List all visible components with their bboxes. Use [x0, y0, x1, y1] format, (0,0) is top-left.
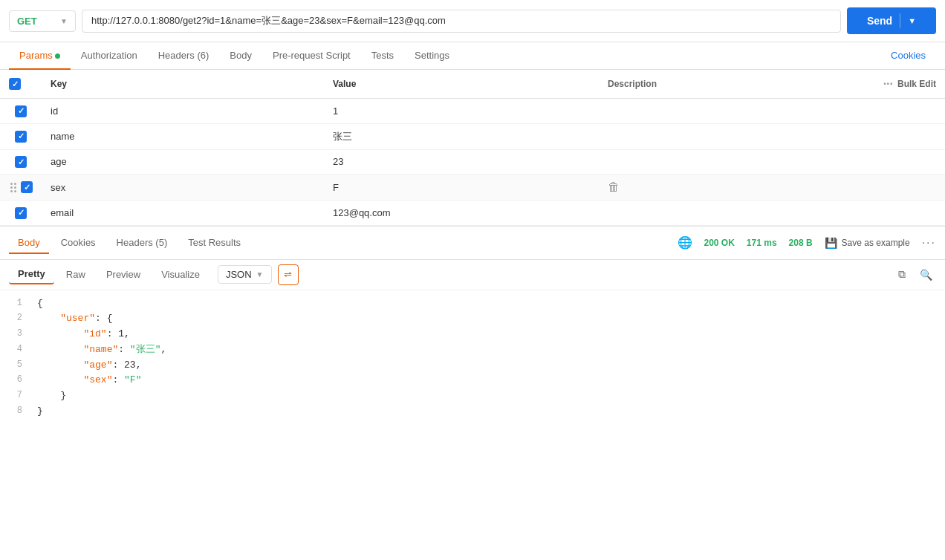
table-row: sex F 🗑 — [0, 175, 945, 201]
value-sex[interactable]: F — [324, 175, 599, 201]
line-num-5: 5 — [0, 358, 37, 372]
line-num-6: 6 — [0, 373, 37, 387]
response-size: 208 B — [789, 238, 813, 248]
response-tab-headers[interactable]: Headers (5) — [108, 232, 177, 254]
tab-settings[interactable]: Settings — [404, 42, 460, 70]
row-checkbox-sex[interactable] — [0, 175, 42, 201]
code-content-6: "sex": "F" — [37, 373, 945, 388]
wrap-button[interactable]: ⇌ — [278, 264, 299, 285]
value-email[interactable]: 123@qq.com — [324, 201, 599, 226]
key-name[interactable]: name — [42, 123, 324, 149]
checkbox-sex[interactable] — [21, 181, 33, 193]
save-icon: 💾 — [825, 237, 837, 249]
delete-sex-icon[interactable]: 🗑 — [608, 180, 620, 193]
select-all-checkbox[interactable] — [9, 78, 21, 90]
value-name[interactable]: 张三 — [324, 123, 599, 149]
bulk-edit-label[interactable]: Bulk Edit — [897, 79, 936, 89]
drag-handle-sex[interactable] — [9, 181, 18, 194]
key-id[interactable]: id — [42, 99, 324, 124]
response-bar: Body Cookies Headers (5) Test Results 🌐 … — [0, 226, 945, 260]
tab-cookies[interactable]: Cookies — [880, 42, 936, 70]
code-content-8: } — [37, 404, 945, 420]
status-info: 🌐 200 OK 171 ms 208 B 💾 Save as example … — [678, 235, 937, 250]
line-num-3: 3 — [0, 327, 37, 341]
code-content-2: "user": { — [37, 311, 945, 327]
request-tabs-row: Params Authorization Headers (6) Body Pr… — [0, 42, 945, 70]
th-description: Description ··· Bulk Edit — [599, 70, 945, 99]
code-content-7: } — [37, 388, 945, 404]
tab-headers[interactable]: Headers (6) — [148, 42, 220, 70]
save-as-example-button[interactable]: 💾 Save as example — [825, 237, 910, 249]
save-example-label: Save as example — [842, 238, 910, 248]
code-line-1: 1 { — [0, 296, 945, 312]
search-button[interactable]: 🔍 — [915, 264, 936, 285]
format-tab-visualize[interactable]: Visualize — [152, 265, 209, 284]
key-age[interactable]: age — [42, 149, 324, 175]
json-label: JSON — [226, 269, 252, 280]
checkbox-age[interactable] — [15, 156, 27, 168]
send-dropdown-arrow[interactable]: ▼ — [908, 16, 916, 25]
code-content-3: "id": 1, — [37, 327, 945, 342]
code-line-6: 6 "sex": "F" — [0, 373, 945, 388]
send-button[interactable]: Send ▼ — [847, 7, 936, 34]
th-key: Key — [42, 70, 324, 99]
tab-params[interactable]: Params — [9, 42, 71, 70]
format-tab-raw[interactable]: Raw — [57, 265, 94, 284]
code-line-5: 5 "age": 23, — [0, 358, 945, 374]
value-id[interactable]: 1 — [324, 99, 599, 124]
line-num-2: 2 — [0, 311, 37, 325]
key-sex[interactable]: sex — [42, 175, 324, 201]
code-line-7: 7 } — [0, 388, 945, 404]
more-options-button[interactable]: ··· — [922, 236, 936, 250]
wrap-icon: ⇌ — [284, 269, 292, 280]
tab-tests[interactable]: Tests — [361, 42, 404, 70]
checkbox-email[interactable] — [15, 207, 27, 219]
params-dot — [55, 53, 60, 59]
table-row: age 23 — [0, 149, 945, 175]
tab-body[interactable]: Body — [219, 42, 262, 70]
format-tab-pretty[interactable]: Pretty — [9, 264, 54, 284]
format-tab-preview[interactable]: Preview — [97, 265, 149, 284]
line-num-4: 4 — [0, 342, 37, 356]
value-age[interactable]: 23 — [324, 149, 599, 175]
line-num-8: 8 — [0, 404, 37, 418]
copy-button[interactable]: ⧉ — [892, 264, 912, 285]
response-time: 171 ms — [747, 238, 777, 248]
more-options-icon[interactable]: ··· — [883, 77, 893, 91]
row-checkbox-age[interactable] — [0, 149, 42, 175]
format-bar: Pretty Raw Preview Visualize JSON ▼ ⇌ ⧉ … — [0, 260, 945, 290]
row-checkbox-name[interactable] — [0, 123, 42, 149]
tab-authorization[interactable]: Authorization — [71, 42, 148, 70]
response-tab-cookies[interactable]: Cookies — [52, 232, 105, 254]
th-checkbox — [0, 70, 42, 99]
code-line-8: 8 } — [0, 404, 945, 420]
code-line-3: 3 "id": 1, — [0, 327, 945, 342]
method-label: GET — [17, 16, 37, 27]
checkbox-name[interactable] — [15, 131, 27, 143]
th-desc-label: Description — [608, 79, 657, 89]
desc-email — [599, 201, 945, 226]
code-line-2: 2 "user": { — [0, 311, 945, 327]
json-dropdown-arrow: ▼ — [256, 270, 264, 279]
status-code: 200 OK — [704, 238, 735, 248]
code-content-4: "name": "张三", — [37, 342, 945, 358]
tab-prerequest[interactable]: Pre-request Script — [262, 42, 361, 70]
code-content-1: { — [37, 296, 945, 312]
code-view: 1 { 2 "user": { 3 "id": 1, 4 "name": "张三… — [0, 290, 945, 454]
code-content-5: "age": 23, — [37, 358, 945, 374]
url-input[interactable] — [82, 10, 841, 33]
url-bar: GET ▼ Send ▼ — [0, 0, 945, 42]
row-checkbox-email[interactable] — [0, 201, 42, 226]
key-email[interactable]: email — [42, 201, 324, 226]
row-checkbox-id[interactable] — [0, 99, 42, 124]
send-label: Send — [867, 15, 892, 27]
json-format-select[interactable]: JSON ▼ — [218, 265, 272, 284]
send-divider — [900, 13, 900, 28]
checkbox-id[interactable] — [15, 105, 27, 117]
response-tab-body[interactable]: Body — [9, 232, 49, 254]
method-select[interactable]: GET ▼ — [9, 10, 76, 32]
response-tab-test-results[interactable]: Test Results — [179, 232, 250, 254]
params-table-wrapper: Key Value Description ··· Bulk Edit id 1 — [0, 70, 945, 226]
globe-icon[interactable]: 🌐 — [678, 235, 692, 250]
copy-icon: ⧉ — [898, 268, 906, 281]
